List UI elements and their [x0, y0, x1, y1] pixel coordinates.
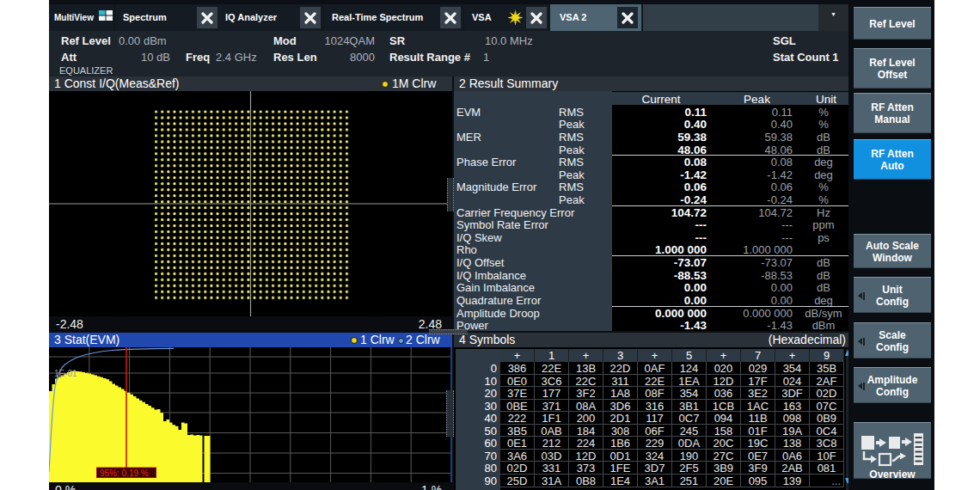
svg-text:1E-01: 1E-01 — [54, 369, 77, 378]
svg-text:95%: 0.19 %: 95%: 0.19 % — [100, 469, 149, 478]
